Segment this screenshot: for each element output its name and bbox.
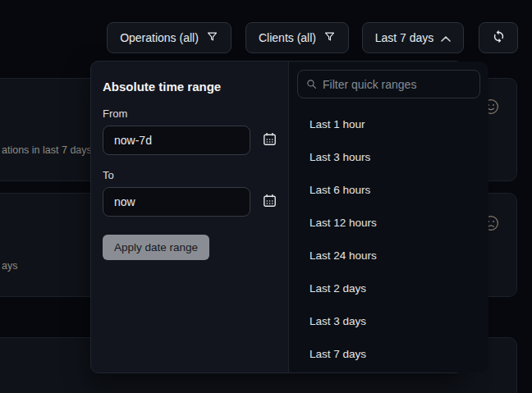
quick-range-option[interactable]: Last 24 hours xyxy=(289,239,488,272)
filter-icon xyxy=(323,30,336,45)
quick-range-list: Last 1 hourLast 3 hoursLast 6 hoursLast … xyxy=(289,107,488,370)
quick-range-option[interactable]: Last 3 hours xyxy=(289,140,488,173)
time-range-label: Last 7 days xyxy=(375,31,434,44)
quick-range-option[interactable]: Last 3 days xyxy=(289,304,488,337)
calendar-icon xyxy=(263,132,277,149)
operations-filter-label: Operations (all) xyxy=(120,31,199,44)
to-calendar-button[interactable] xyxy=(263,194,277,210)
absolute-time-range-section: Absolute time range From xyxy=(91,62,288,372)
quick-range-option[interactable]: Last 7 days xyxy=(289,337,488,370)
quick-range-option[interactable]: Last 2 days xyxy=(289,272,488,304)
from-calendar-button[interactable] xyxy=(263,132,277,149)
clients-filter-button[interactable]: Clients (all) xyxy=(245,22,349,53)
from-input[interactable] xyxy=(103,126,250,155)
screen: ations in last 7 days ays Operations (al… xyxy=(0,0,532,393)
quick-ranges-section: Last 1 hourLast 3 hoursLast 6 hoursLast … xyxy=(288,62,488,372)
to-input[interactable] xyxy=(103,187,250,217)
time-picker-dropdown: Absolute time range From xyxy=(90,61,464,373)
card-caption: ays xyxy=(2,260,17,272)
apply-date-range-button[interactable]: Apply date range xyxy=(103,235,209,260)
quick-range-option[interactable]: Last 1 hour xyxy=(289,107,488,140)
card-caption: ations in last 7 days xyxy=(2,144,92,156)
filter-icon xyxy=(206,30,218,45)
quick-range-option[interactable]: Last 6 hours xyxy=(289,173,488,206)
search-icon xyxy=(306,79,317,89)
quick-range-filter-input[interactable] xyxy=(323,78,471,91)
quick-range-option[interactable]: Last 12 hours xyxy=(289,206,488,239)
time-range-button[interactable]: Last 7 days xyxy=(362,22,464,53)
absolute-time-range-title: Absolute time range xyxy=(103,80,277,94)
calendar-icon xyxy=(263,194,277,210)
refresh-button[interactable] xyxy=(479,22,518,53)
quick-range-filter[interactable] xyxy=(297,70,480,98)
from-label: From xyxy=(103,107,277,120)
clients-filter-label: Clients (all) xyxy=(259,31,316,44)
operations-filter-button[interactable]: Operations (all) xyxy=(107,22,232,53)
refresh-icon xyxy=(492,30,506,46)
chevron-up-icon xyxy=(441,31,451,44)
to-label: To xyxy=(103,169,277,181)
